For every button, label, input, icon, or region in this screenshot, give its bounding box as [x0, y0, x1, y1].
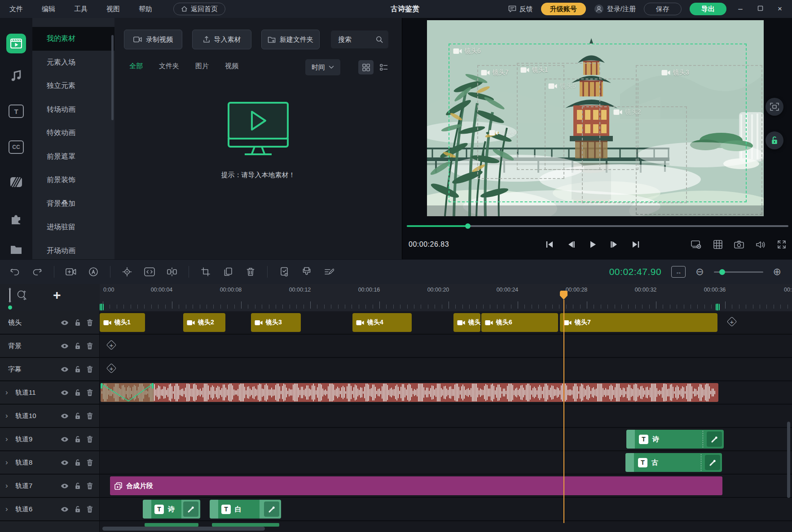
step-forward-button[interactable] — [610, 240, 619, 249]
category-element-entrance[interactable]: 元素入场 — [32, 51, 114, 74]
menu-file[interactable]: 文件 — [0, 5, 32, 13]
window-maximize-button[interactable] — [754, 4, 766, 13]
redo-button[interactable] — [32, 266, 43, 277]
upgrade-account-button[interactable]: 升级账号 — [541, 3, 586, 15]
save-button[interactable]: 保存 — [644, 3, 682, 15]
trash-icon[interactable] — [87, 459, 93, 466]
eye-icon[interactable] — [61, 436, 69, 442]
eye-icon[interactable] — [61, 483, 69, 489]
tab-images[interactable]: 图片 — [195, 62, 209, 70]
rail-folder[interactable] — [0, 244, 32, 255]
seek-handle[interactable] — [465, 223, 471, 229]
category-foreground-decor[interactable]: 前景装饰 — [32, 168, 114, 192]
clip-text-gu[interactable]: T 古 — [625, 453, 722, 472]
audio-fade-region[interactable] — [101, 383, 154, 402]
eye-icon[interactable] — [61, 343, 69, 349]
rail-transitions[interactable] — [0, 176, 32, 188]
trash-icon[interactable] — [87, 436, 93, 443]
clip-shot3[interactable]: 镜头3 — [251, 313, 301, 332]
export-button[interactable]: 导出 — [690, 3, 726, 15]
playhead-tool-icon[interactable] — [6, 288, 13, 303]
timeline-vertical-scrollbar[interactable] — [787, 422, 790, 498]
menu-view[interactable]: 视图 — [97, 5, 129, 13]
shot-label-6[interactable]: 镜头6 — [453, 47, 481, 55]
zoom-tool-icon[interactable] — [16, 289, 28, 303]
volume-icon[interactable] — [756, 240, 766, 249]
timeline-zoom-slider[interactable] — [714, 271, 763, 273]
clip-shot5[interactable]: 镜头5 — [453, 313, 480, 332]
back-home-button[interactable]: 返回首页 — [173, 3, 225, 15]
keyframe-button[interactable] — [122, 266, 132, 277]
add-shot-button[interactable] — [66, 266, 76, 277]
lock-preview-button[interactable] — [766, 131, 783, 149]
expand-chevron[interactable]: › — [5, 435, 13, 444]
grid-overlay-icon[interactable] — [713, 240, 722, 249]
lock-icon[interactable] — [75, 436, 81, 443]
fit-frame-button[interactable] — [766, 98, 783, 116]
expand-chevron[interactable]: › — [5, 458, 13, 467]
record-video-button[interactable]: 录制视频 — [124, 30, 182, 49]
category-effects[interactable]: 特效动画 — [32, 121, 114, 145]
rail-subtitles[interactable]: CC — [0, 140, 32, 154]
expand-chevron[interactable]: › — [5, 388, 13, 397]
trash-icon[interactable] — [87, 412, 93, 419]
loop-start-marker[interactable] — [100, 304, 104, 310]
crop-button[interactable] — [200, 266, 211, 277]
shot-label-3[interactable]: 镜头3 — [661, 69, 689, 77]
sort-dropdown[interactable]: 时间 — [305, 59, 340, 75]
clip-shot2[interactable]: 镜头2 — [183, 313, 225, 332]
eye-icon[interactable] — [61, 366, 69, 372]
category-background-overlay[interactable]: 背景叠加 — [32, 192, 114, 216]
category-transitions[interactable]: 转场动画 — [32, 98, 114, 122]
auto-mark-button[interactable] — [88, 266, 99, 277]
fit-timeline-button[interactable]: ↔ — [671, 266, 686, 278]
search-box[interactable]: 搜索 — [331, 31, 388, 48]
rail-text[interactable]: T — [0, 105, 32, 118]
eye-icon[interactable] — [61, 320, 69, 326]
device-check-button[interactable] — [279, 266, 290, 277]
eye-icon[interactable] — [61, 390, 69, 396]
lock-icon[interactable] — [75, 319, 81, 327]
lock-icon[interactable] — [75, 482, 81, 490]
add-track-button[interactable]: + — [53, 288, 61, 303]
category-entrance-hold[interactable]: 进场驻留 — [32, 215, 114, 239]
add-background-button[interactable]: + — [107, 340, 116, 349]
rail-audio[interactable] — [0, 70, 32, 83]
tab-folders[interactable]: 文件夹 — [159, 62, 179, 70]
window-close-button[interactable]: × — [774, 4, 786, 13]
edit-compose-button[interactable] — [324, 266, 334, 277]
clip-sliver[interactable] — [145, 523, 198, 527]
snapshot-camera-icon[interactable] — [734, 240, 744, 249]
new-folder-button[interactable]: 新建文件夹 — [261, 30, 320, 49]
play-button[interactable] — [588, 240, 597, 249]
clip-compound[interactable]: 合成片段 — [110, 476, 722, 495]
clip-text-shi-2[interactable]: T 诗 — [143, 500, 200, 519]
login-button[interactable]: 登录/注册 — [594, 4, 636, 14]
category-my-assets[interactable]: 我的素材 — [32, 27, 114, 51]
edit-text-button[interactable] — [707, 432, 722, 447]
brush-button[interactable] — [301, 266, 312, 277]
loop-end-marker[interactable] — [716, 304, 720, 310]
code-mark-button[interactable] — [144, 266, 155, 277]
window-minimize-button[interactable]: – — [735, 4, 746, 13]
eye-icon[interactable] — [61, 460, 69, 466]
clip-shot1[interactable]: 镜头1 — [100, 313, 145, 332]
clip-text-bai[interactable]: T 白 — [210, 500, 281, 519]
tab-all[interactable]: 全部 — [129, 62, 143, 70]
shot-label-7[interactable]: 镜头7 — [481, 69, 509, 77]
timeline-ruler[interactable]: 0:00 00:00:04 00:00:08 00:00:12 00:00:16… — [100, 284, 792, 311]
category-scrollbar[interactable] — [111, 35, 114, 120]
trash-icon[interactable] — [87, 319, 93, 326]
add-shot-marker-button[interactable]: + — [727, 317, 736, 326]
import-media-button[interactable]: 导入素材 — [192, 30, 251, 49]
add-subtitle-button[interactable]: + — [107, 364, 116, 373]
trash-icon[interactable] — [87, 482, 93, 489]
zoom-in-button[interactable]: ⊕ — [773, 267, 781, 277]
grid-view-button[interactable] — [358, 60, 374, 74]
category-foreground-mask[interactable]: 前景遮罩 — [32, 145, 114, 169]
clip-shot7[interactable]: 镜头7 — [560, 313, 717, 332]
edit-text-button[interactable] — [183, 501, 198, 517]
lock-icon[interactable] — [75, 389, 81, 397]
feedback-button[interactable]: 反馈 — [508, 5, 533, 13]
menu-help[interactable]: 帮助 — [129, 5, 162, 13]
